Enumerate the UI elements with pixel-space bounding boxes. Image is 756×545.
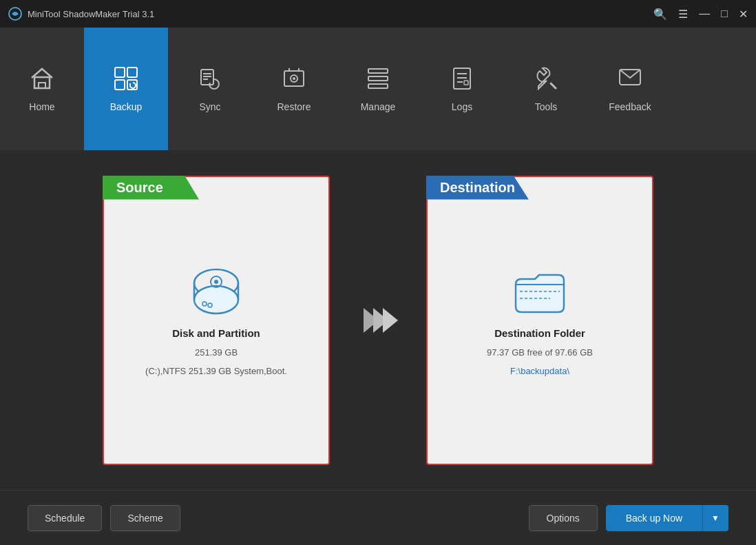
title-bar: MiniTool ShadowMaker Trial 3.1 🔍 ☰ — □ ✕ [0,0,756,28]
bottom-bar: Schedule Scheme Options Back up Now ▼ [0,490,756,545]
logs-icon [449,65,475,96]
svg-rect-4 [127,68,137,77]
chevron-3 [383,308,398,333]
nav-item-logs[interactable]: Logs [420,28,504,150]
restore-icon [281,65,307,96]
search-icon[interactable]: 🔍 [653,8,667,21]
destination-card[interactable]: Destination Destination Folder 97.37 GB … [426,176,653,465]
bottom-right: Options Back up Now ▼ [529,505,728,531]
nav-item-tools[interactable]: Tools [504,28,588,150]
nav-logs-label: Logs [452,101,472,112]
source-detail: (C:),NTFS 251.39 GB System,Boot. [145,366,287,376]
bottom-left: Schedule Scheme [28,505,180,531]
feedback-icon [617,65,643,96]
arrow-section [350,308,406,333]
nav-manage-label: Manage [361,101,396,112]
menu-icon[interactable]: ☰ [678,8,688,21]
disk-icon [185,264,247,319]
chevrons [364,308,392,333]
folder-icon [509,264,571,319]
app-logo-icon [8,7,22,21]
nav-item-sync[interactable]: Sync [168,28,252,150]
backup-now-button[interactable]: Back up Now [606,505,702,531]
svg-rect-16 [368,84,388,88]
minimize-icon[interactable]: — [699,8,710,20]
nav-bar: Home Backup Sync [0,28,756,150]
scheme-button[interactable]: Scheme [110,505,180,531]
svg-rect-24 [464,81,468,85]
nav-item-backup[interactable]: Backup [84,28,168,150]
nav-restore-label: Restore [277,101,311,112]
maximize-icon[interactable]: □ [721,8,728,20]
svg-rect-15 [368,76,388,81]
svg-point-30 [194,286,238,313]
source-label: Source [103,176,199,200]
home-icon [29,65,55,96]
backup-icon [113,65,139,96]
backup-now-dropdown-button[interactable]: ▼ [702,505,728,531]
svg-rect-3 [115,68,125,77]
svg-rect-14 [368,69,388,73]
title-bar-left: MiniTool ShadowMaker Trial 3.1 [8,7,154,21]
svg-point-32 [214,280,218,284]
nav-item-restore[interactable]: Restore [252,28,336,150]
options-button[interactable]: Options [529,505,598,531]
dest-title: Destination Folder [494,327,585,339]
source-card[interactable]: Source Disk and Partition 251.39 GB (C:)… [103,176,330,465]
source-size: 251.39 GB [195,347,238,358]
nav-tools-label: Tools [535,101,558,112]
nav-item-manage[interactable]: Manage [336,28,420,150]
title-bar-controls: 🔍 ☰ — □ ✕ [653,8,748,21]
nav-item-feedback[interactable]: Feedback [588,28,672,150]
source-title: Disk and Partition [172,327,260,339]
nav-feedback-label: Feedback [609,101,651,112]
manage-icon [365,65,391,96]
backup-now-group: Back up Now ▼ [606,505,728,531]
tools-icon [533,65,559,96]
nav-item-home[interactable]: Home [0,28,84,150]
svg-line-25 [551,83,556,88]
svg-rect-5 [115,80,125,90]
close-icon[interactable]: ✕ [739,8,748,21]
app-title: MiniTool ShadowMaker Trial 3.1 [28,9,154,19]
sync-icon [197,65,223,96]
nav-backup-label: Backup [110,101,143,112]
svg-point-13 [293,77,295,80]
nav-sync-label: Sync [199,101,220,112]
nav-home-label: Home [29,101,54,112]
dest-path: F:\backupdata\ [510,366,569,376]
main-content: Source Disk and Partition 251.39 GB (C:)… [0,150,756,490]
destination-label: Destination [426,176,529,200]
schedule-button[interactable]: Schedule [28,505,102,531]
panel-wrapper: Source Disk and Partition 251.39 GB (C:)… [41,176,715,465]
dest-free-space: 97.37 GB free of 97.66 GB [487,347,593,358]
